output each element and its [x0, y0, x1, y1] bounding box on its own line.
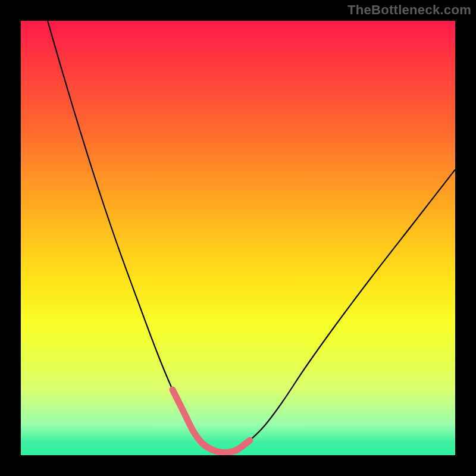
bottom-highlight-path	[173, 390, 250, 453]
watermark-text: TheBottleneck.com	[347, 2, 471, 18]
chart-svg	[21, 21, 455, 455]
chart-plot-area	[21, 21, 455, 455]
main-curve-path	[48, 21, 455, 453]
